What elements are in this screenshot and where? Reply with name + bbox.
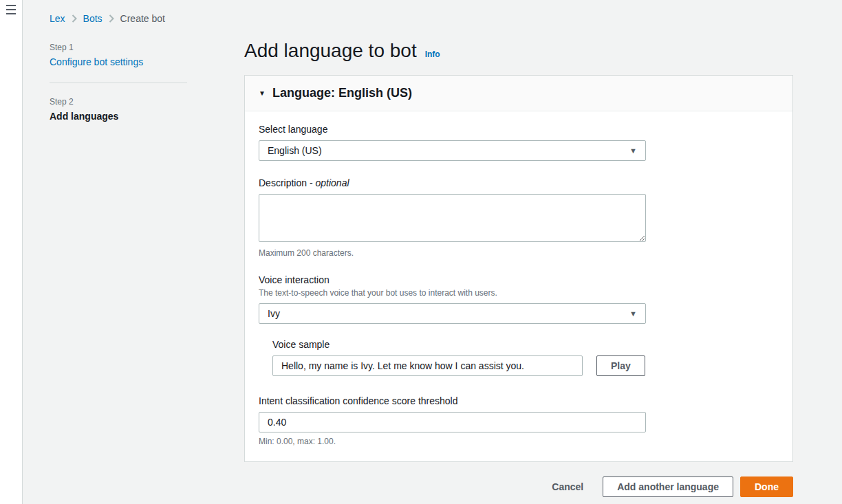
description-label: Description - optional	[259, 177, 779, 188]
main-column: Add language to bot Info ▼ Language: Eng…	[244, 43, 793, 497]
chevron-right-icon	[109, 14, 114, 23]
voice-dropdown-value: Ivy	[268, 308, 280, 319]
threshold-input[interactable]	[259, 412, 646, 432]
description-field: Description - optional Maximum 200 chara…	[259, 177, 779, 258]
form-actions: Cancel Add another language Done	[244, 476, 793, 497]
optional-label: optional	[315, 177, 349, 188]
voice-sample-input[interactable]	[272, 355, 583, 376]
voice-dropdown[interactable]: Ivy ▼	[259, 303, 646, 324]
select-language-field: Select language English (US) ▼	[259, 124, 779, 161]
page-header: Add language to bot Info	[244, 39, 793, 63]
select-language-label: Select language	[259, 124, 779, 135]
select-language-dropdown[interactable]: English (US) ▼	[259, 140, 646, 161]
steps-divider	[50, 83, 187, 83]
language-panel: ▼ Language: English (US) Select language…	[244, 75, 793, 462]
cancel-button[interactable]: Cancel	[552, 481, 583, 492]
done-button[interactable]: Done	[740, 476, 793, 497]
steps-navigation: Step 1 Configure bot settings Step 2 Add…	[50, 43, 244, 497]
breadcrumb-current-create-bot: Create bot	[120, 13, 165, 24]
collapsed-sidebar-rail	[0, 0, 23, 504]
play-button[interactable]: Play	[596, 355, 645, 376]
info-link[interactable]: Info	[425, 50, 440, 59]
step2-current-add-languages: Add languages	[50, 111, 244, 122]
step1-link-configure-bot-settings[interactable]: Configure bot settings	[50, 56, 143, 67]
threshold-label: Intent classification confidence score t…	[259, 395, 779, 406]
description-hint: Maximum 200 characters.	[259, 248, 779, 258]
voice-sample-label: Voice sample	[272, 339, 779, 350]
language-panel-body: Select language English (US) ▼ Descripti…	[245, 111, 792, 461]
threshold-hint: Min: 0.00, max: 1.00.	[259, 437, 779, 446]
select-language-value: English (US)	[268, 145, 322, 156]
language-panel-header[interactable]: ▼ Language: English (US)	[245, 76, 792, 111]
voice-interaction-field: Voice interaction The text-to-speech voi…	[259, 274, 779, 324]
dropdown-arrow-icon: ▼	[629, 146, 637, 155]
collapse-triangle-icon: ▼	[259, 89, 266, 97]
language-panel-title: Language: English (US)	[272, 86, 412, 100]
breadcrumb: Lex Bots Create bot	[50, 13, 842, 24]
dropdown-arrow-icon: ▼	[629, 309, 637, 318]
chevron-right-icon	[72, 14, 77, 23]
voice-interaction-label: Voice interaction	[259, 274, 779, 285]
threshold-field: Intent classification confidence score t…	[259, 395, 779, 446]
content-area: Lex Bots Create bot Step 1 Configure bot…	[23, 0, 842, 504]
step2-label: Step 2	[50, 97, 244, 107]
voice-sample-group: Voice sample Play	[272, 339, 779, 376]
breadcrumb-link-lex[interactable]: Lex	[50, 13, 65, 24]
description-textarea[interactable]	[259, 194, 646, 242]
add-another-language-button[interactable]: Add another language	[603, 476, 733, 497]
app-window: Lex Bots Create bot Step 1 Configure bot…	[0, 0, 842, 504]
breadcrumb-link-bots[interactable]: Bots	[83, 13, 102, 24]
page-title: Add language to bot	[244, 39, 417, 63]
hamburger-menu-icon[interactable]	[3, 3, 19, 16]
voice-interaction-description: The text-to-speech voice that your bot u…	[259, 288, 779, 298]
step1-label: Step 1	[50, 43, 244, 52]
